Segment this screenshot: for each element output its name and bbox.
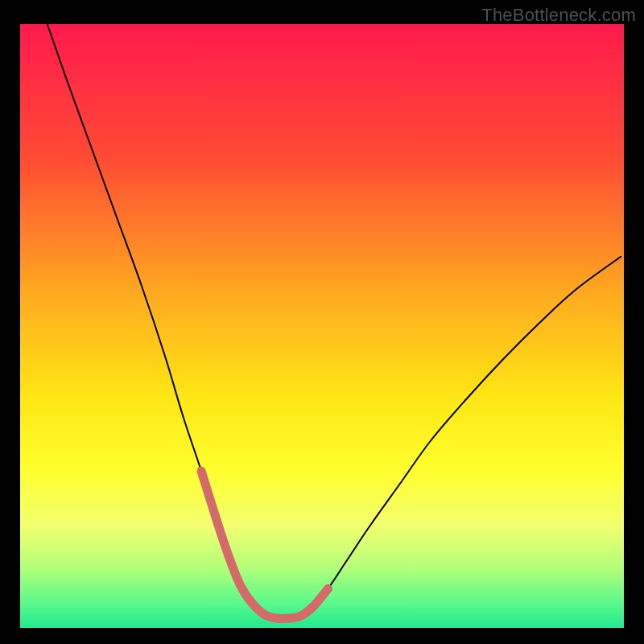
bottleneck-chart xyxy=(0,0,644,644)
watermark-text: TheBottleneck.com xyxy=(481,5,636,26)
chart-background xyxy=(20,24,624,628)
chart-stage: TheBottleneck.com xyxy=(0,0,644,644)
